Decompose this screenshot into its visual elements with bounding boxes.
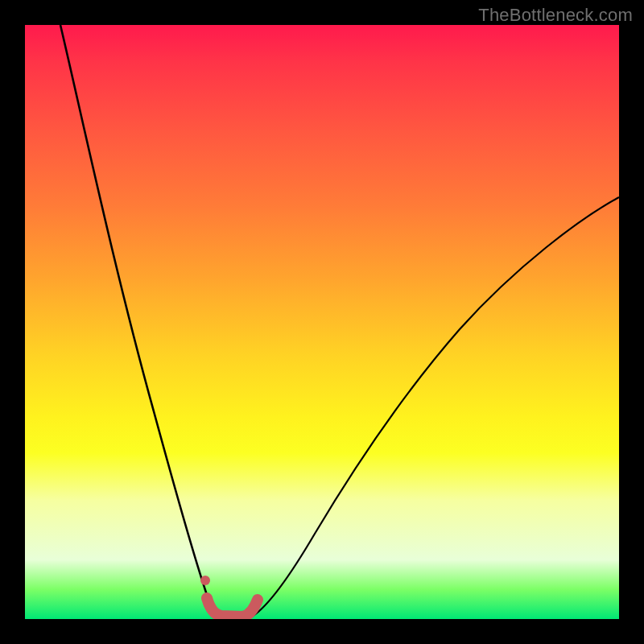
highlight-dot — [200, 576, 210, 585]
plot-area — [25, 25, 619, 619]
chart-frame: TheBottleneck.com — [0, 0, 644, 644]
curve-left-branch — [60, 25, 222, 617]
curve-layer — [25, 25, 619, 619]
watermark-text: TheBottleneck.com — [478, 5, 633, 26]
curve-right-branch — [250, 197, 619, 617]
highlight-valley-marker — [207, 598, 258, 617]
